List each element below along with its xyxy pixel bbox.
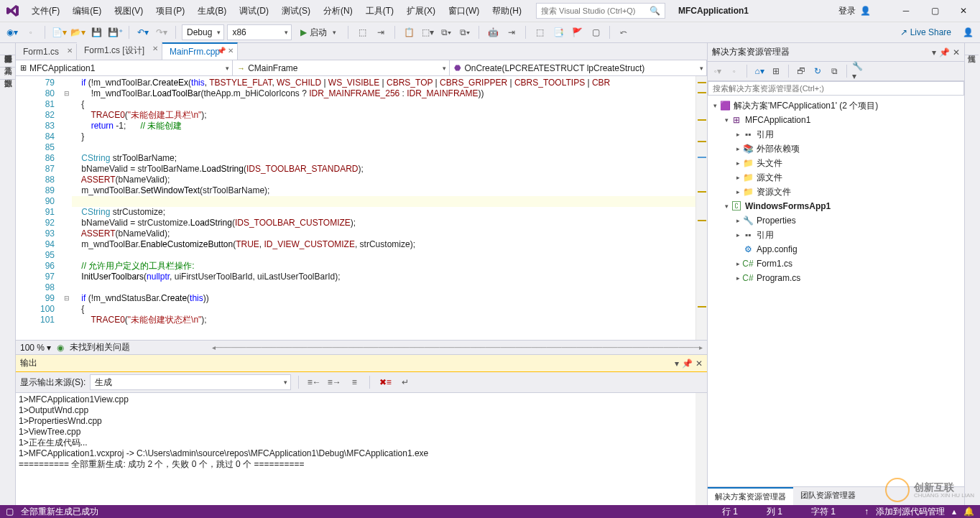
- out-btn-3[interactable]: ≡: [346, 374, 362, 390]
- tree-node[interactable]: ▾🄲WindowsFormsApp1: [708, 199, 964, 213]
- menu-item[interactable]: 窗口(W): [443, 2, 485, 20]
- pin-icon[interactable]: 📌: [217, 47, 226, 55]
- tree-node[interactable]: ▸▪▪引用: [708, 228, 964, 242]
- sol-refresh-icon[interactable]: ↻: [810, 64, 825, 78]
- menu-item[interactable]: 调试(D): [234, 2, 274, 20]
- rail-tab[interactable]: 服务器资源管理器: [0, 43, 15, 55]
- sol-back-icon[interactable]: ◦▾: [711, 64, 725, 78]
- overview-ruler[interactable]: [695, 76, 707, 340]
- tb-icon-11[interactable]: ▢: [588, 24, 604, 40]
- rail-tab[interactable]: 数据源: [0, 68, 15, 80]
- tree-node[interactable]: ▾🟪解决方案'MFCApplication1' (2 个项目): [708, 98, 964, 113]
- login-link[interactable]: 登录: [838, 5, 856, 17]
- tb-icon-6[interactable]: ⧉▾: [457, 24, 473, 40]
- code-area[interactable]: if (!m_wndToolBar.CreateEx(this, TBSTYLE…: [72, 76, 695, 340]
- solution-search-input[interactable]: [708, 81, 964, 96]
- expand-icon[interactable]: ▸: [734, 231, 742, 239]
- forward-button[interactable]: ◦: [23, 24, 39, 40]
- tb-icon-9[interactable]: ⬚: [532, 24, 547, 40]
- close-tab-icon[interactable]: ✕: [65, 47, 75, 55]
- open-icon[interactable]: 📂▾: [70, 24, 85, 40]
- menu-item[interactable]: 编辑(E): [67, 2, 107, 20]
- solution-tree[interactable]: ▾🟪解决方案'MFCApplication1' (2 个项目)▾⊞MFCAppl…: [708, 97, 964, 486]
- start-debug-button[interactable]: ▶启动▾: [295, 24, 342, 40]
- sol-sync-icon[interactable]: ⊞: [769, 64, 783, 78]
- undo-icon[interactable]: ↶▾: [135, 24, 151, 40]
- menu-item[interactable]: 分析(N): [318, 2, 359, 20]
- minimize-button[interactable]: ─: [894, 1, 918, 20]
- rail-tab[interactable]: 属性: [965, 43, 979, 55]
- rail-tab[interactable]: 工具箱: [0, 55, 15, 68]
- quick-launch[interactable]: 🔍: [536, 3, 665, 19]
- user-icon[interactable]: 👤: [860, 6, 871, 16]
- expand-icon[interactable]: ▾: [711, 102, 719, 109]
- save-icon[interactable]: 💾: [88, 24, 104, 40]
- expand-icon[interactable]: ▸: [734, 145, 742, 152]
- expand-icon[interactable]: ▸: [734, 131, 742, 138]
- notify-icon[interactable]: 🔔: [963, 507, 974, 517]
- menu-item[interactable]: 工具(T): [360, 2, 399, 20]
- config-combo[interactable]: Debug: [182, 24, 224, 40]
- out-clear-icon[interactable]: ✖≡: [377, 374, 393, 390]
- close-icon[interactable]: ✕: [953, 47, 960, 57]
- tree-node[interactable]: ▸📁头文件: [708, 156, 964, 170]
- output-title-bar[interactable]: 输出 ▾ 📌 ✕: [16, 355, 707, 372]
- platform-combo[interactable]: x86: [227, 24, 292, 40]
- expand-icon[interactable]: ▸: [734, 274, 742, 282]
- menu-item[interactable]: 测试(S): [276, 2, 316, 20]
- expand-icon[interactable]: ▾: [722, 203, 731, 210]
- tab-team-explorer[interactable]: 团队资源管理器: [793, 487, 863, 505]
- document-tab[interactable]: Form1.cs [设计]✕: [77, 42, 162, 60]
- close-button[interactable]: ✕: [951, 1, 976, 20]
- tree-node[interactable]: ▸C#Form1.cs: [708, 256, 964, 271]
- tree-node[interactable]: ▸🔧Properties: [708, 213, 964, 228]
- output-text[interactable]: 1>MFCApplication1View.cpp1>OutputWnd.cpp…: [16, 393, 695, 505]
- quick-launch-input[interactable]: [541, 6, 650, 15]
- tb-icon-4[interactable]: ⬚▾: [420, 24, 435, 40]
- out-btn-1[interactable]: ≡←: [306, 374, 322, 390]
- tree-node[interactable]: ▸📁源文件: [708, 170, 964, 185]
- sol-collapse-icon[interactable]: ⧉: [827, 64, 841, 78]
- new-project-icon[interactable]: 📄▾: [51, 24, 67, 40]
- tb-icon-10[interactable]: 📑: [550, 24, 566, 40]
- document-tab[interactable]: MainFrm.cpp📌✕: [162, 42, 238, 60]
- menu-item[interactable]: 生成(B): [192, 2, 232, 20]
- nav-project[interactable]: ⊞MFCApplication1: [16, 60, 233, 75]
- sol-showall-icon[interactable]: 🗗: [794, 64, 808, 78]
- expand-icon[interactable]: ▸: [734, 260, 742, 267]
- sol-fwd-icon[interactable]: ◦: [727, 64, 741, 78]
- expand-icon[interactable]: ▸: [734, 217, 742, 224]
- tb-icon-7[interactable]: 🤖: [485, 24, 501, 40]
- tb-icon-5[interactable]: ⧉▾: [438, 24, 454, 40]
- pin-icon[interactable]: 📌: [939, 47, 950, 57]
- tree-node[interactable]: ▸📚外部依赖项: [708, 142, 964, 156]
- tb-icon-2[interactable]: ⇥: [373, 24, 389, 40]
- tb-icon-8[interactable]: ⇥: [504, 24, 519, 40]
- menu-item[interactable]: 项目(P): [150, 2, 190, 20]
- redo-icon[interactable]: ↷▾: [154, 24, 170, 40]
- tab-solution-explorer[interactable]: 解决方案资源管理器: [708, 487, 793, 505]
- menu-item[interactable]: 视图(V): [108, 2, 149, 20]
- account-icon[interactable]: 👤: [960, 24, 976, 40]
- tb-flag-icon[interactable]: 🚩: [569, 24, 585, 40]
- tree-node[interactable]: ▸📁资源文件: [708, 185, 964, 199]
- tree-node[interactable]: ⚙App.config: [708, 242, 964, 256]
- document-tab[interactable]: Form1.cs✕: [16, 44, 77, 60]
- tb-icon-1[interactable]: ⬚: [354, 24, 370, 40]
- add-source-control[interactable]: 添加到源代码管理: [876, 506, 945, 518]
- back-button[interactable]: ◉▾: [4, 24, 20, 40]
- liveshare-button[interactable]: ↗ Live Share: [895, 27, 957, 37]
- close-tab-icon[interactable]: ✕: [150, 45, 160, 52]
- up-arrow-icon[interactable]: ↑: [864, 507, 869, 517]
- close-tab-icon[interactable]: ✕: [226, 47, 236, 55]
- menu-item[interactable]: 帮助(H): [486, 2, 527, 20]
- fold-gutter[interactable]: ⊟⊟: [62, 76, 72, 340]
- tree-node[interactable]: ▾⊞MFCApplication1: [708, 113, 964, 127]
- sol-home-icon[interactable]: ⌂▾: [752, 64, 767, 78]
- dropdown-icon[interactable]: ▾: [932, 47, 936, 57]
- solution-title-bar[interactable]: 解决方案资源管理器 ▾ 📌 ✕: [708, 43, 964, 62]
- zoom-combo[interactable]: 100 % ▾: [20, 343, 51, 353]
- menu-item[interactable]: 扩展(X): [401, 2, 441, 20]
- pin-icon[interactable]: 📌: [682, 359, 693, 369]
- expand-icon[interactable]: ▸: [734, 174, 742, 181]
